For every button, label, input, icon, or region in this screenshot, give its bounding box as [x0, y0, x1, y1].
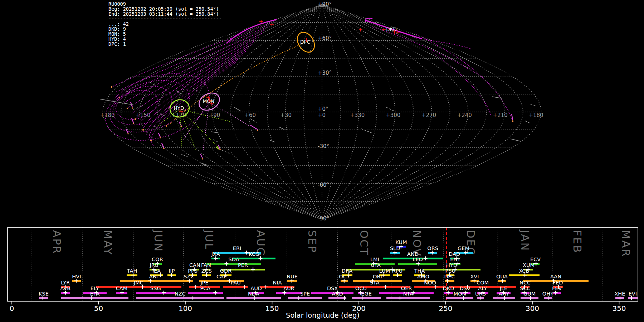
shower-bar-label-qua: QUA [496, 274, 508, 279]
month-label-mar: MAR [620, 230, 632, 257]
month-label-oct: OCT [358, 230, 370, 256]
month-label-jun: JUN [152, 229, 165, 252]
shower-bar-label-aud: AUD [250, 286, 262, 291]
shower-bar-label-noo: NOO [424, 280, 436, 286]
shower-bar-label-tah: TAH [127, 268, 137, 274]
shower-bar-label-pps: PPS [188, 268, 197, 274]
shower-bar-label-jrc: JRC [150, 262, 158, 268]
shower-bar-label-fev: FEV [552, 286, 562, 291]
plot-canvas: +180+150+120+90+60+30+0+330+300+270+240+… [0, 0, 644, 322]
shower-bar-label-cta: CTA [371, 262, 381, 268]
shower-bar-label-ocu: OCU [355, 286, 367, 291]
shower-bar-label-jmc: JMC [133, 280, 143, 286]
shower-bar-label-lyr: LYR [61, 280, 70, 286]
shower-bar-label-fed: FED [553, 280, 563, 286]
shower-bar-label-kum: KUM [395, 239, 407, 245]
shower-bar-label-amo: AMO [417, 274, 429, 279]
shower-bar-label-hvi: HVI [72, 274, 81, 279]
meteor-streak-tip [160, 137, 161, 138]
ecliptic-latitude-label: -60° [318, 182, 329, 188]
shower-bar-label-sda: SDA [229, 257, 239, 262]
shower-bar-label-and: AND [407, 251, 419, 257]
shower-bar-eta [61, 297, 128, 299]
shower-bar-label-lum: LUM [379, 268, 390, 274]
shower-bar-label-dad: DAD [449, 251, 460, 257]
x-tick-label: 350 [612, 304, 626, 313]
shower-bar-label-sta: STA [370, 280, 380, 286]
shower-bar-label-jxa: JXA [211, 251, 220, 257]
separator-line: --------------------------------------- [108, 16, 222, 21]
shower-bar-mon [446, 297, 473, 299]
meteor-streak-tip [127, 133, 129, 135]
shower-bar-label-dra: DRA [342, 268, 353, 274]
shower-bar-label-iea: IEA [152, 268, 161, 274]
radiant-label-dkd: DKD [386, 26, 397, 32]
x-tick-label: 50 [94, 304, 103, 313]
shower-bar-label-dsv: DSV [460, 286, 470, 291]
shower-bar-ege [352, 297, 381, 299]
shower-bar-ssg [136, 292, 175, 294]
meteor-streak-tip [163, 148, 165, 149]
shower-bar-spe [288, 297, 322, 299]
shower-bar-label-eri: ERI [233, 245, 241, 251]
shower-bar-label-evi: EVI [629, 291, 637, 297]
ecliptic-longitude-label: +330 [350, 112, 365, 118]
shower-bar-nta [386, 297, 430, 299]
shower-bar-pca [188, 292, 223, 294]
drift-arc-tip [142, 129, 144, 131]
shower-bar-label-xhe: XHE [614, 291, 625, 297]
shower-bar-label-aly: ALY [478, 286, 487, 291]
x-tick-label: 300 [526, 304, 539, 313]
shower-bar-label-nzc: NZC [175, 291, 186, 297]
shower-bar-label-xum: XUM [523, 262, 535, 268]
meteor-streak-tip [219, 149, 221, 150]
shower-bar-label-psu: PSU [445, 268, 456, 274]
dpc-drift-tip [166, 125, 167, 127]
shower-bar-label-nda: NDA [248, 291, 259, 297]
shower-bar-label-com: COM [477, 280, 489, 286]
shower-bar-label-nue: NUE [287, 274, 298, 279]
shower-bar-label-per: PER [238, 262, 248, 268]
shower-bar-label-nta: NTA [403, 291, 414, 297]
drift-arc-tip [119, 97, 120, 98]
drift-arc-tip [127, 108, 128, 109]
x-tick-label: 150 [265, 304, 279, 313]
shower-bar-label-dpc: DPC [444, 274, 455, 279]
shower-bar-label-pca: PCA [200, 286, 210, 291]
shower-bar-label-avb: AVB [60, 286, 70, 291]
shower-bar-label-ncc: NCC [519, 280, 531, 286]
shower-bar-label-ohy: OHY [542, 291, 553, 297]
shower-bar-label-leo: LEO [413, 257, 423, 262]
shower-bar-label-oer: OER [401, 286, 412, 291]
drift-arc-tip [111, 86, 112, 88]
shower-bar-label-scc: SCC [520, 286, 530, 291]
ecliptic-latitude-label: +0° [318, 106, 328, 112]
shower-bar-label-rpu: RPU [392, 268, 402, 274]
shower-bar-jmc [96, 286, 181, 288]
month-label-jan: JAN [519, 229, 531, 252]
month-label-sep: SEP [306, 230, 318, 253]
drift-arc-tip [135, 118, 136, 120]
shower-bar-label-kcg: KCG [249, 251, 259, 257]
meteor-streak-tip [257, 130, 258, 131]
shower-bar-label-xvi: XVI [470, 274, 479, 279]
ecliptic-longitude-label: +60 [245, 112, 256, 118]
shower-bar-label-urs: URS [475, 291, 486, 297]
shower-bar-label-ely: ELY [91, 286, 99, 291]
ecliptic-longitude-label: +300 [386, 112, 400, 118]
shower-bar-label-cap: CAP [216, 274, 227, 279]
meteor-streak-tip [133, 123, 134, 124]
ecliptic-latitude-label: +60° [318, 35, 332, 42]
shower-bar-label-jle: JLE [499, 286, 508, 291]
count-dpc: DPC: 1 [108, 41, 126, 47]
shower-bar-label-iip: IIP [169, 268, 175, 274]
shower-bar-label-ari: ARI [149, 274, 158, 279]
shower-bar-label-nia: NIA [273, 280, 282, 286]
ecliptic-latitude-label: -30° [318, 143, 329, 150]
month-label-jul: JUL [203, 229, 215, 250]
month-label-may: MAY [102, 230, 114, 255]
shower-bar-label-mon: MON [454, 291, 466, 297]
shower-bar-label-ecv: ECV [530, 257, 541, 262]
shower-bar-label-fan: FAN [201, 262, 211, 268]
shower-bar-label-sld: SLD [390, 245, 400, 251]
